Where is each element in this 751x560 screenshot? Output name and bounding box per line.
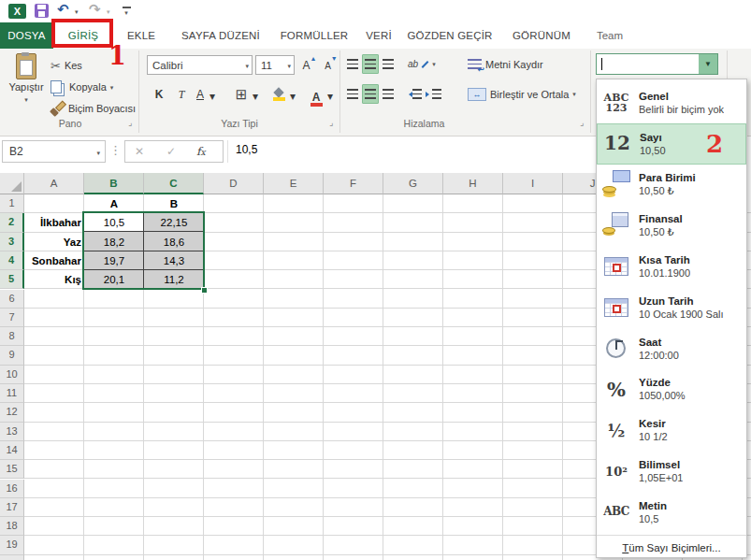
font-size-combo[interactable]: 11 ▾ xyxy=(255,55,295,75)
clipboard-dialog-launcher[interactable]: ⌟ xyxy=(128,119,132,127)
cancel-icon[interactable]: ✕ xyxy=(135,141,144,162)
row-header-20[interactable]: 20 xyxy=(0,555,24,560)
number-format-combo[interactable]: ▼ xyxy=(596,53,718,75)
borders-button[interactable] xyxy=(232,84,251,105)
format-option-yuzde[interactable]: %Yüzde1050,00% xyxy=(597,369,746,410)
format-option-uzun-tarih[interactable]: Uzun Tarih10 Ocak 1900 Salı xyxy=(597,287,746,328)
formula-bar-resize-handle[interactable]: ⋮ xyxy=(109,143,120,157)
format-option-metin[interactable]: ABCMetin10,5 xyxy=(597,492,746,533)
paste-button[interactable]: Yapıştır ▾ xyxy=(5,52,48,114)
underline-dropdown-icon[interactable]: ▾ xyxy=(208,84,217,105)
italic-button[interactable]: T xyxy=(172,84,191,105)
cell-B3[interactable]: 18,2 xyxy=(84,233,144,251)
number-format-dropdown-icon[interactable]: ▼ xyxy=(699,54,717,74)
format-option-kesir[interactable]: ½Kesir10 1/2 xyxy=(597,409,746,451)
increase-indent-button[interactable] xyxy=(426,84,443,104)
wrap-text-button[interactable]: Metni Kaydır xyxy=(468,54,543,74)
cell-A3[interactable]: Yaz xyxy=(24,233,84,251)
borders-dropdown-icon[interactable]: ▾ xyxy=(251,84,260,105)
row-header-12[interactable]: 12 xyxy=(0,403,24,422)
cell-B5[interactable]: 20,1 xyxy=(84,270,144,289)
redo-icon[interactable]: ↷ xyxy=(89,1,101,18)
bold-button[interactable]: K xyxy=(150,84,168,105)
alignment-dialog-launcher[interactable]: ⌟ xyxy=(580,119,584,127)
row-header-5[interactable]: 5 xyxy=(0,270,24,289)
merge-dropdown-icon[interactable]: ▾ xyxy=(572,91,576,97)
format-option-sayi[interactable]: 12Sayı10,502 xyxy=(597,123,746,165)
cell-C4[interactable]: 14,3 xyxy=(144,251,204,270)
row-header-13[interactable]: 13 xyxy=(0,423,24,441)
font-name-dropdown-icon[interactable]: ▾ xyxy=(245,63,249,69)
cell-B2[interactable]: 10,5 xyxy=(84,213,144,232)
cell-C2[interactable]: 22,15 xyxy=(144,213,204,232)
format-option-saat[interactable]: Saat12:00:00 xyxy=(597,328,746,369)
format-option-finansal[interactable]: Finansal10,50 ₺ xyxy=(597,205,746,246)
tab-gozden-gecir[interactable]: GÖZDEN GEÇİR xyxy=(406,22,494,49)
align-left-button[interactable] xyxy=(344,84,361,104)
row-header-11[interactable]: 11 xyxy=(0,384,24,403)
more-number-formats-item[interactable]: Tüm Sayı Biçimleri... xyxy=(597,535,746,560)
paste-dropdown-icon[interactable]: ▾ xyxy=(24,96,28,103)
customize-quick-access-icon[interactable]: ▾ xyxy=(122,7,131,16)
row-header-4[interactable]: 4 xyxy=(0,251,24,270)
undo-dropdown-icon[interactable]: ▾ xyxy=(75,8,79,15)
undo-icon[interactable]: ↶ xyxy=(57,1,69,18)
enter-icon[interactable]: ✓ xyxy=(166,141,176,162)
row-header-14[interactable]: 14 xyxy=(0,441,24,460)
cell-C5[interactable]: 11,2 xyxy=(144,270,204,289)
insert-function-icon[interactable]: fx xyxy=(196,141,206,163)
cell-B1[interactable]: A xyxy=(84,194,144,213)
column-header-G[interactable]: G xyxy=(383,173,443,194)
font-color-dropdown-icon[interactable]: ▾ xyxy=(325,84,335,105)
row-header-8[interactable]: 8 xyxy=(0,327,24,346)
row-header-18[interactable]: 18 xyxy=(0,517,24,536)
column-header-F[interactable]: F xyxy=(324,173,383,194)
tab-sayfa-duzeni[interactable]: SAYFA DÜZENİ xyxy=(170,22,271,49)
row-header-9[interactable]: 9 xyxy=(0,346,24,365)
row-header-6[interactable]: 6 xyxy=(0,290,24,309)
excel-icon[interactable]: X xyxy=(8,4,26,19)
tab-formuller[interactable]: FORMÜLLER xyxy=(277,22,352,49)
column-header-D[interactable]: D xyxy=(204,173,264,194)
format-painter-button[interactable]: Biçim Boyacısı xyxy=(51,100,136,117)
tab-team[interactable]: Team xyxy=(587,22,632,49)
column-header-C[interactable]: C xyxy=(144,173,204,194)
format-option-genel[interactable]: ABC 123GenelBelirli bir biçim yok xyxy=(597,82,746,123)
underline-button[interactable]: A xyxy=(193,84,208,105)
cell-C1[interactable]: B xyxy=(144,194,204,213)
tab-veri[interactable]: VERİ xyxy=(357,22,400,49)
column-header-A[interactable]: A xyxy=(24,173,84,194)
decrease-font-button[interactable]: A▼ xyxy=(321,55,341,76)
cell-B4[interactable]: 19,7 xyxy=(84,251,144,270)
align-top-button[interactable] xyxy=(344,54,361,74)
font-size-dropdown-icon[interactable]: ▾ xyxy=(287,63,291,69)
orientation-dropdown-icon[interactable]: ▾ xyxy=(432,61,436,67)
align-center-button[interactable] xyxy=(362,84,379,104)
name-box[interactable]: B2 ▾ xyxy=(2,140,106,163)
column-header-B[interactable]: B xyxy=(84,173,144,194)
cell-A5[interactable]: Kış xyxy=(24,270,84,289)
orientation-button[interactable]: ab ▾ xyxy=(408,54,436,74)
row-header-15[interactable]: 15 xyxy=(0,460,24,479)
font-color-button[interactable]: A xyxy=(307,84,325,105)
column-header-H[interactable]: H xyxy=(443,173,503,194)
row-header-19[interactable]: 19 xyxy=(0,536,24,554)
tab-ekle[interactable]: EKLE xyxy=(120,22,163,49)
redo-dropdown-icon[interactable]: ▾ xyxy=(107,8,110,15)
align-bottom-button[interactable] xyxy=(380,54,397,74)
select-all-corner[interactable] xyxy=(0,173,24,194)
cell-A2[interactable]: İlkbahar xyxy=(24,213,84,232)
tab-gorunum[interactable]: GÖRÜNÜM xyxy=(505,22,578,49)
font-name-combo[interactable]: Calibri ▾ xyxy=(147,55,253,75)
decrease-indent-button[interactable] xyxy=(406,84,424,104)
format-option-bilimsel[interactable]: 10²Bilimsel1,05E+01 xyxy=(597,451,746,492)
copy-button[interactable]: Kopyala ▾ xyxy=(51,79,113,95)
cell-C3[interactable]: 18,6 xyxy=(144,233,204,251)
formula-input[interactable]: 10,5 xyxy=(236,143,257,156)
cell-A4[interactable]: Sonbahar xyxy=(24,251,84,270)
merge-center-button[interactable]: Birleştir ve Ortala ▾ xyxy=(468,84,576,104)
tab-dosya[interactable]: DOSYA xyxy=(0,22,53,49)
column-header-I[interactable]: I xyxy=(503,173,563,194)
row-header-2[interactable]: 2 xyxy=(0,213,24,232)
save-icon[interactable] xyxy=(35,4,49,18)
